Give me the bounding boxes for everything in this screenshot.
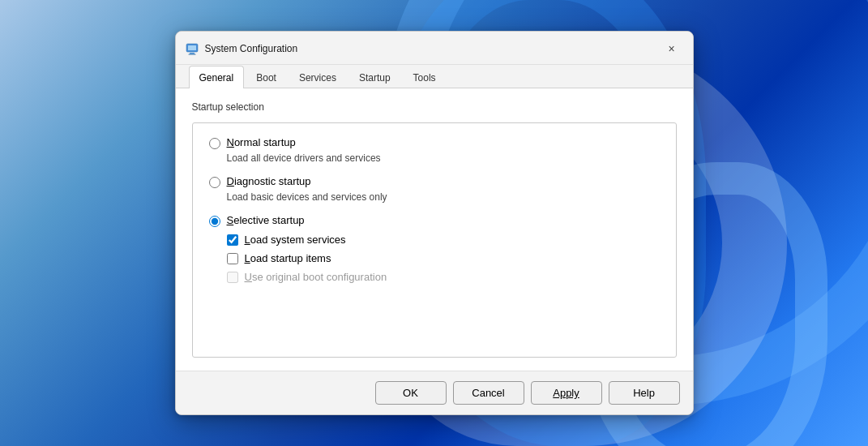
tab-startup[interactable]: Startup — [348, 66, 401, 88]
selective-startup-label[interactable]: Selective startup — [227, 214, 305, 226]
normal-startup-radio[interactable] — [209, 138, 220, 149]
load-startup-items-item: Load startup items — [227, 252, 660, 264]
cancel-button[interactable]: Cancel — [453, 381, 524, 405]
close-button[interactable]: × — [661, 40, 683, 58]
startup-selection-box: Normal startup Load all device drivers a… — [192, 122, 677, 358]
dialog-title: System Configuration — [205, 43, 298, 54]
svg-rect-1 — [188, 45, 196, 50]
load-system-services-label[interactable]: Load system services — [245, 234, 346, 246]
use-original-boot-checkbox[interactable] — [227, 272, 238, 283]
use-original-boot-item: Use original boot configuration — [227, 271, 660, 283]
load-system-services-checkbox[interactable] — [227, 234, 238, 246]
dialog-overlay: System Configuration × General Boot Serv… — [0, 0, 868, 446]
dialog-icon — [186, 42, 199, 55]
tab-boot[interactable]: Boot — [246, 66, 287, 88]
title-bar-left: System Configuration — [186, 42, 298, 55]
sub-options: Load system services Load startup items — [227, 234, 660, 283]
footer: OK Cancel Apply Help — [176, 371, 693, 414]
tab-bar: General Boot Services Startup Tools — [176, 65, 693, 88]
tab-services[interactable]: Services — [289, 66, 347, 88]
help-button[interactable]: Help — [609, 381, 680, 405]
apply-button[interactable]: Apply — [531, 381, 602, 405]
diagnostic-startup-item: Diagnostic startup — [209, 175, 660, 188]
svg-rect-2 — [190, 53, 195, 54]
normal-startup-desc: Load all device drivers and services — [227, 152, 660, 164]
selective-startup-radio[interactable] — [209, 216, 220, 227]
selective-startup-group: Selective startup Load system services — [209, 214, 660, 283]
tab-tools[interactable]: Tools — [403, 66, 447, 88]
normal-startup-item: Normal startup — [209, 136, 660, 149]
content-area: Startup selection Normal startup Load al… — [176, 88, 693, 371]
diagnostic-startup-desc: Load basic devices and services only — [227, 191, 660, 203]
tab-general[interactable]: General — [189, 66, 245, 88]
selective-startup-item: Selective startup — [209, 214, 660, 227]
svg-rect-3 — [188, 54, 195, 55]
use-original-boot-label: Use original boot configuration — [245, 271, 387, 283]
normal-startup-group: Normal startup Load all device drivers a… — [209, 136, 660, 164]
section-title: Startup selection — [192, 101, 677, 113]
load-startup-items-checkbox[interactable] — [227, 253, 238, 264]
load-startup-items-label[interactable]: Load startup items — [245, 252, 331, 264]
diagnostic-startup-radio[interactable] — [209, 177, 220, 188]
diagnostic-startup-label[interactable]: Diagnostic startup — [227, 175, 311, 187]
normal-startup-label[interactable]: Normal startup — [227, 136, 296, 148]
diagnostic-startup-group: Diagnostic startup Load basic devices an… — [209, 175, 660, 203]
ok-button[interactable]: OK — [375, 381, 447, 405]
system-configuration-dialog: System Configuration × General Boot Serv… — [175, 31, 694, 415]
load-system-services-item: Load system services — [227, 234, 660, 246]
title-bar: System Configuration × — [176, 32, 693, 65]
